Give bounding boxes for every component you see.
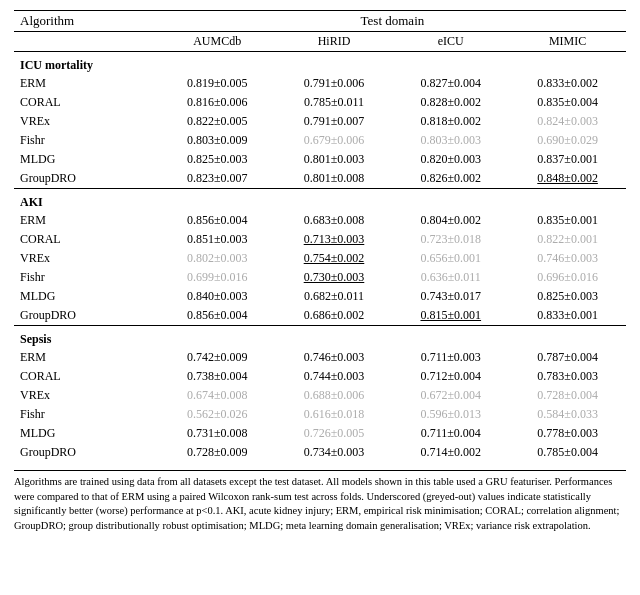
result-value: 0.828±0.002 (392, 93, 509, 112)
table-row: CORAL0.851±0.0030.713±0.0030.723±0.0180.… (14, 230, 626, 249)
algorithm-col-blank (14, 32, 159, 52)
table-row: Fishr0.803±0.0090.679±0.0060.803±0.0030.… (14, 131, 626, 150)
result-value: 0.616±0.018 (276, 405, 393, 424)
result-value: 0.785±0.004 (509, 443, 626, 462)
result-value: 0.848±0.002 (509, 169, 626, 189)
result-value: 0.742±0.009 (159, 348, 276, 367)
algo-name: Fishr (14, 131, 159, 150)
result-value: 0.728±0.004 (509, 386, 626, 405)
table-caption: Algorithms are trained using data from a… (14, 470, 626, 534)
result-value: 0.833±0.001 (509, 306, 626, 326)
col-header-eicu: eICU (392, 32, 509, 52)
result-value: 0.743±0.017 (392, 287, 509, 306)
result-value: 0.696±0.016 (509, 268, 626, 287)
result-value: 0.818±0.002 (392, 112, 509, 131)
col-header-mimic: MIMIC (509, 32, 626, 52)
result-value: 0.596±0.013 (392, 405, 509, 424)
result-value: 0.825±0.003 (159, 150, 276, 169)
algo-name: ERM (14, 348, 159, 367)
result-value: 0.801±0.003 (276, 150, 393, 169)
algo-name: VREx (14, 112, 159, 131)
result-value: 0.674±0.008 (159, 386, 276, 405)
result-value: 0.723±0.018 (392, 230, 509, 249)
result-value: 0.683±0.008 (276, 211, 393, 230)
result-value: 0.820±0.003 (392, 150, 509, 169)
algo-name: CORAL (14, 230, 159, 249)
algo-name: GroupDRO (14, 169, 159, 189)
result-value: 0.835±0.001 (509, 211, 626, 230)
result-value: 0.783±0.003 (509, 367, 626, 386)
algo-name: VREx (14, 249, 159, 268)
result-value: 0.699±0.016 (159, 268, 276, 287)
result-value: 0.711±0.004 (392, 424, 509, 443)
result-value: 0.815±0.001 (392, 306, 509, 326)
result-value: 0.837±0.001 (509, 150, 626, 169)
algo-name: MLDG (14, 150, 159, 169)
result-value: 0.803±0.009 (159, 131, 276, 150)
algo-name: MLDG (14, 287, 159, 306)
table-row: ERM0.819±0.0050.791±0.0060.827±0.0040.83… (14, 74, 626, 93)
result-value: 0.826±0.002 (392, 169, 509, 189)
result-value: 0.731±0.008 (159, 424, 276, 443)
result-value: 0.778±0.003 (509, 424, 626, 443)
table-row: MLDG0.731±0.0080.726±0.0050.711±0.0040.7… (14, 424, 626, 443)
table-row: VREx0.822±0.0050.791±0.0070.818±0.0020.8… (14, 112, 626, 131)
result-value: 0.726±0.005 (276, 424, 393, 443)
result-value: 0.833±0.002 (509, 74, 626, 93)
result-value: 0.827±0.004 (392, 74, 509, 93)
table-row: MLDG0.825±0.0030.801±0.0030.820±0.0030.8… (14, 150, 626, 169)
result-value: 0.584±0.033 (509, 405, 626, 424)
result-value: 0.819±0.005 (159, 74, 276, 93)
result-value: 0.728±0.009 (159, 443, 276, 462)
result-value: 0.822±0.005 (159, 112, 276, 131)
result-value: 0.686±0.002 (276, 306, 393, 326)
algorithm-header: Algorithm (14, 11, 159, 32)
result-value: 0.746±0.003 (276, 348, 393, 367)
results-table: Algorithm Test domain AUMCdb HiRID eICU … (14, 10, 626, 462)
result-value: 0.823±0.007 (159, 169, 276, 189)
result-value: 0.714±0.002 (392, 443, 509, 462)
result-value: 0.804±0.002 (392, 211, 509, 230)
algo-name: GroupDRO (14, 443, 159, 462)
result-value: 0.734±0.003 (276, 443, 393, 462)
result-value: 0.856±0.004 (159, 306, 276, 326)
algo-name: VREx (14, 386, 159, 405)
table-row: VREx0.674±0.0080.688±0.0060.672±0.0040.7… (14, 386, 626, 405)
table-row: Fishr0.562±0.0260.616±0.0180.596±0.0130.… (14, 405, 626, 424)
result-value: 0.825±0.003 (509, 287, 626, 306)
section-header-0: ICU mortality (14, 52, 626, 75)
result-value: 0.824±0.003 (509, 112, 626, 131)
table-row: GroupDRO0.856±0.0040.686±0.0020.815±0.00… (14, 306, 626, 326)
table-row: VREx0.802±0.0030.754±0.0020.656±0.0010.7… (14, 249, 626, 268)
table-row: CORAL0.816±0.0060.785±0.0110.828±0.0020.… (14, 93, 626, 112)
result-value: 0.738±0.004 (159, 367, 276, 386)
algo-name: CORAL (14, 367, 159, 386)
result-value: 0.562±0.026 (159, 405, 276, 424)
result-value: 0.672±0.004 (392, 386, 509, 405)
result-value: 0.679±0.006 (276, 131, 393, 150)
result-value: 0.801±0.008 (276, 169, 393, 189)
algo-name: MLDG (14, 424, 159, 443)
result-value: 0.744±0.003 (276, 367, 393, 386)
result-value: 0.791±0.007 (276, 112, 393, 131)
result-value: 0.746±0.003 (509, 249, 626, 268)
algo-name: Fishr (14, 405, 159, 424)
table-row: GroupDRO0.728±0.0090.734±0.0030.714±0.00… (14, 443, 626, 462)
table-row: CORAL0.738±0.0040.744±0.0030.712±0.0040.… (14, 367, 626, 386)
algo-name: Fishr (14, 268, 159, 287)
result-value: 0.787±0.004 (509, 348, 626, 367)
col-header-aumcdb: AUMCdb (159, 32, 276, 52)
result-value: 0.835±0.004 (509, 93, 626, 112)
result-value: 0.636±0.011 (392, 268, 509, 287)
result-value: 0.803±0.003 (392, 131, 509, 150)
col-header-hirid: HiRID (276, 32, 393, 52)
result-value: 0.688±0.006 (276, 386, 393, 405)
result-value: 0.791±0.006 (276, 74, 393, 93)
table-row: MLDG0.840±0.0030.682±0.0110.743±0.0170.8… (14, 287, 626, 306)
result-value: 0.851±0.003 (159, 230, 276, 249)
table-row: ERM0.856±0.0040.683±0.0080.804±0.0020.83… (14, 211, 626, 230)
table-row: ERM0.742±0.0090.746±0.0030.711±0.0030.78… (14, 348, 626, 367)
result-value: 0.840±0.003 (159, 287, 276, 306)
result-value: 0.785±0.011 (276, 93, 393, 112)
result-value: 0.656±0.001 (392, 249, 509, 268)
